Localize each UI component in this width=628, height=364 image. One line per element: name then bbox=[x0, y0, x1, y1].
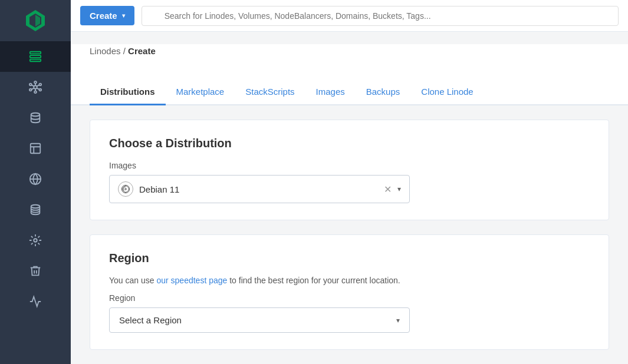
region-description: You can use our speedtest page to find t… bbox=[109, 276, 590, 285]
svg-point-6 bbox=[34, 85, 37, 89]
svg-rect-5 bbox=[30, 59, 41, 62]
clear-selection-icon[interactable]: ✕ bbox=[384, 184, 392, 195]
search-input[interactable] bbox=[142, 6, 619, 26]
sidebar-item-kubernetes[interactable] bbox=[0, 72, 71, 102]
svg-point-24 bbox=[34, 239, 37, 242]
images-field-label: Images bbox=[109, 161, 590, 170]
page-inner: Linodes / Create Distributions Marketpla… bbox=[71, 32, 628, 364]
sidebar-item-volumes[interactable] bbox=[0, 102, 71, 133]
sidebar-item-object-storage[interactable] bbox=[0, 133, 71, 164]
svg-point-27 bbox=[125, 188, 127, 190]
region-field-label: Region bbox=[109, 293, 590, 303]
svg-point-9 bbox=[29, 84, 32, 86]
create-label: Create bbox=[90, 11, 117, 21]
debian-icon bbox=[118, 181, 133, 197]
tab-backups[interactable]: Backups bbox=[356, 80, 411, 105]
svg-point-11 bbox=[29, 89, 32, 91]
tab-clone-linode[interactable]: Clone Linode bbox=[410, 80, 484, 105]
breadcrumb-separator: / bbox=[123, 46, 128, 56]
images-dropdown-right: ✕ ▾ bbox=[384, 184, 401, 195]
chevron-down-icon: ▾ bbox=[122, 12, 125, 19]
tab-images[interactable]: Images bbox=[305, 80, 356, 105]
topbar: Create ▾ bbox=[71, 0, 628, 32]
sidebar-item-databases[interactable] bbox=[0, 194, 71, 225]
images-dropdown[interactable]: Debian 11 ✕ ▾ bbox=[109, 175, 410, 203]
chevron-down-icon[interactable]: ▾ bbox=[396, 316, 400, 325]
svg-line-18 bbox=[37, 85, 40, 86]
region-desc-text: You can use bbox=[109, 276, 156, 285]
tab-marketplace[interactable]: Marketplace bbox=[166, 80, 235, 105]
selected-image-text: Debian 11 bbox=[139, 184, 179, 194]
sidebar-item-helm[interactable] bbox=[0, 225, 71, 256]
breadcrumb-current: Create bbox=[128, 46, 156, 56]
images-dropdown-left: Debian 11 bbox=[118, 181, 179, 197]
svg-point-12 bbox=[39, 89, 41, 91]
region-desc-suffix: to find the best region for your current… bbox=[227, 276, 400, 285]
logo[interactable] bbox=[0, 0, 71, 41]
breadcrumb-parent: Linodes bbox=[90, 46, 121, 56]
region-dropdown[interactable]: Select a Region ▾ bbox=[109, 307, 410, 333]
svg-rect-4 bbox=[30, 55, 41, 58]
svg-point-19 bbox=[31, 113, 40, 117]
svg-point-10 bbox=[39, 84, 41, 86]
region-placeholder: Select a Region bbox=[119, 315, 182, 325]
sidebar-item-linodes[interactable] bbox=[0, 41, 71, 72]
region-section: Region You can use our speedtest page to… bbox=[90, 234, 609, 350]
tab-distributions[interactable]: Distributions bbox=[90, 80, 166, 105]
chevron-down-icon[interactable]: ▾ bbox=[397, 185, 401, 193]
svg-rect-3 bbox=[30, 52, 41, 54]
svg-line-16 bbox=[37, 88, 40, 90]
sidebar bbox=[0, 0, 71, 364]
search-wrapper bbox=[142, 6, 619, 26]
sidebar-item-monitor[interactable] bbox=[0, 286, 71, 317]
distribution-section: Choose a Distribution Images Debian 11 ✕… bbox=[90, 120, 609, 220]
svg-point-23 bbox=[31, 205, 40, 209]
svg-point-7 bbox=[34, 81, 37, 84]
sidebar-item-domains[interactable] bbox=[0, 164, 71, 194]
tab-stackscripts[interactable]: StackScripts bbox=[235, 80, 305, 105]
create-button[interactable]: Create ▾ bbox=[80, 6, 134, 25]
speedtest-link[interactable]: our speedtest page bbox=[156, 276, 227, 285]
svg-rect-20 bbox=[31, 144, 41, 154]
sidebar-item-stackscripts[interactable] bbox=[0, 256, 71, 286]
svg-line-17 bbox=[32, 88, 34, 90]
main-content: Create ▾ Linodes / Create Distributions … bbox=[71, 0, 628, 364]
svg-line-15 bbox=[32, 85, 34, 86]
distribution-title: Choose a Distribution bbox=[109, 137, 590, 150]
region-title: Region bbox=[109, 252, 590, 265]
svg-point-8 bbox=[34, 91, 37, 93]
